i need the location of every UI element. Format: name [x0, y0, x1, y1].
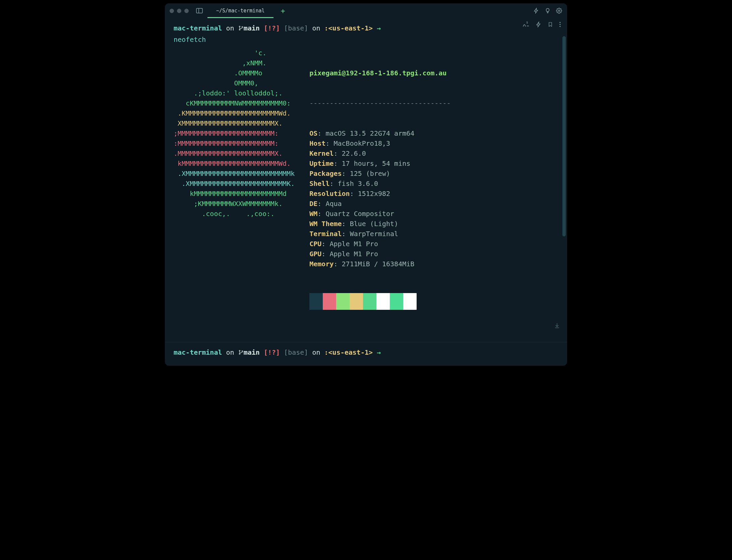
info-row: OS: macOS 13.5 22G74 arm64 [309, 128, 450, 138]
info-row: Terminal: WarpTerminal [309, 229, 450, 239]
bolt-icon[interactable] [536, 21, 542, 27]
prompt-line: mac-terminal on main [!?] [base] on :<us… [174, 348, 558, 356]
ascii-line: .XMMMMMMMMMMMMMMMMMMMMMMMMMMk [174, 168, 295, 179]
bookmark-icon[interactable] [548, 21, 553, 27]
color-swatches [309, 293, 450, 310]
more-menu-icon[interactable] [559, 21, 561, 27]
prompt-branch: main [244, 24, 260, 32]
info-value: Aqua [325, 200, 342, 208]
info-key: Shell [309, 180, 329, 188]
prompt-indicator-icon[interactable]: $ [522, 21, 530, 27]
info-row: WM: Quartz Compositor [309, 209, 450, 219]
svg-point-5 [559, 24, 560, 25]
ascii-line: .cooc,. .,coo:. [174, 209, 295, 219]
maximize-window-button[interactable] [184, 9, 189, 13]
settings-icon[interactable] [556, 7, 562, 14]
color-swatch [309, 293, 323, 310]
ascii-line: kMMMMMMMMMMMMMMMMMMMMMMMMWd. [174, 158, 295, 168]
svg-point-8 [239, 29, 240, 30]
ascii-line: cKMMMMMMMMMMNWMMMMMMMMMM0: [174, 98, 295, 108]
lightbulb-icon[interactable] [544, 7, 551, 14]
terminal-output-block: mac-terminal on main [!?] [base] on :<us… [165, 18, 567, 339]
ascii-line: .MMMMMMMMMMMMMMMMMMMMMMMMX. [174, 148, 295, 158]
prompt-on-1: on [222, 348, 238, 356]
ascii-line: :MMMMMMMMMMMMMMMMMMMMMMMM: [174, 138, 295, 148]
info-value: Apple M1 Pro [329, 240, 378, 248]
window-controls [170, 9, 189, 13]
prompt-dir: mac-terminal [174, 348, 222, 356]
scroll-to-bottom-icon[interactable] [554, 322, 560, 329]
svg-point-11 [239, 353, 240, 354]
ascii-line: OMMM0, [174, 78, 295, 88]
ascii-line: .;loddo:' loolloddol;. [174, 88, 295, 98]
info-key: Terminal [309, 230, 342, 238]
info-separator: ----------------------------------- [309, 99, 450, 107]
scrollbar[interactable] [562, 36, 566, 322]
svg-point-12 [242, 351, 243, 352]
svg-point-10 [239, 350, 240, 351]
info-value: WarpTerminal [350, 230, 399, 238]
info-row: DE: Aqua [309, 199, 450, 209]
prompt-on-2: on [308, 348, 324, 356]
neofetch-output: 'c. ,xNMM. .OMMMMo OMMM0, .;loddo:' lool… [174, 48, 558, 330]
info-row: Host: MacBookPro18,3 [309, 138, 450, 148]
new-tab-button[interactable]: + [276, 7, 290, 15]
info-key: Host [309, 139, 325, 147]
color-swatch [336, 293, 350, 310]
info-key: CPU [309, 240, 321, 248]
info-key: Uptime [309, 159, 333, 167]
color-swatch [403, 293, 417, 310]
color-swatch [376, 293, 390, 310]
prompt-dir: mac-terminal [174, 24, 222, 32]
split-panel-icon[interactable] [196, 8, 203, 13]
svg-rect-0 [196, 8, 202, 13]
terminal-window: ~/S/mac-terminal + $ [165, 3, 567, 366]
info-key: OS [309, 129, 317, 137]
info-value: fish 3.6.0 [338, 180, 378, 188]
tab-title: ~/S/mac-terminal [216, 8, 265, 14]
scrollbar-thumb[interactable] [562, 36, 566, 236]
prompt-region: <us-east-1> [328, 24, 373, 32]
info-key: Resolution [309, 190, 350, 198]
system-info: pixegami@192-168-1-186.tpgi.com.au -----… [309, 48, 450, 330]
color-swatch [390, 293, 403, 310]
tab-current[interactable]: ~/S/mac-terminal [207, 3, 273, 18]
info-key: WM [309, 210, 317, 218]
terminal-body: $ mac-terminal on main [!?] [base] on :<… [165, 18, 567, 366]
svg-text:$: $ [526, 21, 528, 24]
svg-point-2 [558, 10, 560, 12]
info-value: Apple M1 Pro [329, 250, 378, 258]
ascii-line: .XMMMMMMMMMMMMMMMMMMMMMMMMK. [174, 179, 295, 189]
info-value: Blue (Light) [350, 220, 399, 228]
prompt-arrow: → [373, 24, 385, 32]
info-row: Memory: 2711MiB / 16384MiB [309, 259, 450, 269]
prompt-region: <us-east-1> [328, 348, 373, 356]
color-swatch [363, 293, 376, 310]
prompt-arrow: → [373, 348, 385, 356]
block-toolbar: $ [522, 21, 561, 27]
close-window-button[interactable] [170, 9, 174, 13]
svg-point-7 [239, 26, 240, 27]
git-branch-icon [238, 348, 244, 356]
prompt-on-1: on [222, 24, 238, 32]
ascii-line: kMMMMMMMMMMMMMMMMMMMMMMd [174, 189, 295, 199]
ascii-line: .OMMMMo [174, 68, 295, 78]
ascii-line: ;KMMMMMMMWXXWMMMMMMMk. [174, 199, 295, 209]
ascii-line: XMMMMMMMMMMMMMMMMMMMMMMMX. [174, 118, 295, 128]
info-value: 17 hours, 54 mins [342, 159, 411, 167]
svg-point-6 [559, 26, 560, 27]
git-branch-icon [238, 24, 244, 32]
prompt-region-marker: : [324, 348, 328, 356]
ascii-line: ;MMMMMMMMMMMMMMMMMMMMMMMM: [174, 128, 295, 138]
minimize-window-button[interactable] [177, 9, 181, 13]
info-user: pixegami@192-168-1-186.tpgi.com.au [309, 69, 446, 77]
prompt-region-marker: : [324, 24, 328, 32]
color-swatch [350, 293, 363, 310]
ascii-line: 'c. [174, 48, 295, 58]
current-prompt[interactable]: mac-terminal on main [!?] [base] on :<us… [165, 342, 567, 366]
info-value: 2711MiB / 16384MiB [342, 260, 415, 268]
bolt-icon[interactable] [533, 7, 540, 14]
info-value: Quartz Compositor [325, 210, 394, 218]
info-value: 22.6.0 [342, 149, 366, 157]
info-key: WM Theme [309, 220, 342, 228]
